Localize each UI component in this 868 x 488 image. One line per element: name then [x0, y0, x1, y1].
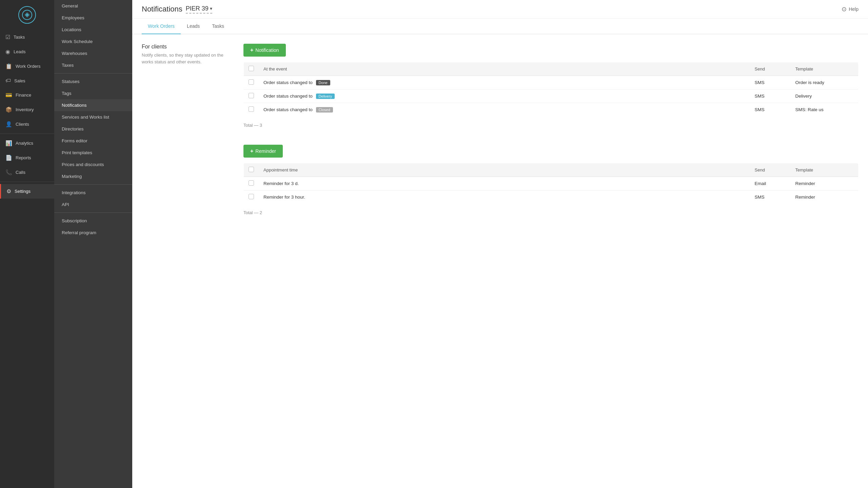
row-template-2: SMS: Rate us	[791, 103, 859, 117]
plus-icon-reminder: +	[250, 148, 253, 154]
header-template: Template	[791, 62, 859, 76]
reminder-header-checkbox[interactable]	[249, 167, 254, 172]
row-checkbox-2[interactable]	[249, 106, 254, 112]
sidebar2-warehouses-label: Warehouses	[62, 51, 87, 56]
app-logo	[18, 6, 36, 24]
sidebar2-general-label: General	[62, 3, 78, 8]
nav-item-clients[interactable]: 👤 Clients	[0, 117, 54, 131]
nav-item-tasks[interactable]: ☑ Tasks	[0, 30, 54, 44]
calls-icon: 📞	[5, 169, 12, 176]
leads-icon: ◉	[5, 48, 10, 55]
sidebar2-work-schedule[interactable]: Work Schedule	[54, 36, 132, 47]
sidebar2-directories-label: Directories	[62, 126, 84, 131]
header-checkbox[interactable]	[249, 66, 254, 71]
reminder-header-checkbox-cell	[244, 163, 259, 177]
sidebar2-forms-editor[interactable]: Forms editor	[54, 135, 132, 147]
nav-item-sales[interactable]: 🏷 Sales	[0, 74, 54, 88]
add-reminder-button[interactable]: + Reminder	[243, 145, 283, 158]
sidebar2-referral[interactable]: Referral program	[54, 227, 132, 239]
logo-area[interactable]	[0, 0, 54, 30]
location-selector[interactable]: PIER 39 ▾	[186, 5, 212, 14]
sidebar2-prices-discounts[interactable]: Prices and discounts	[54, 159, 132, 170]
sidebar2-referral-label: Referral program	[62, 230, 96, 235]
table-row: Reminder for 3 hour. SMS Reminder	[244, 190, 859, 204]
row-template-1: Delivery	[791, 89, 859, 103]
nav-item-work-orders[interactable]: 📋 Work Orders	[0, 59, 54, 74]
nav-label-work-orders: Work Orders	[16, 64, 40, 69]
sidebar2-services-works[interactable]: Services and Works list	[54, 111, 132, 123]
nav-label-sales: Sales	[14, 78, 25, 83]
nav-label-reports: Reports	[16, 155, 31, 160]
nav-item-calls[interactable]: 📞 Calls	[0, 165, 54, 180]
nav-label-clients: Clients	[16, 122, 29, 127]
row-checkbox-1[interactable]	[249, 93, 254, 98]
sidebar2-print-templates[interactable]: Print templates	[54, 147, 132, 159]
sidebar2-locations-label: Locations	[62, 27, 81, 32]
tab-leads[interactable]: Leads	[181, 19, 206, 34]
sidebar2-statuses[interactable]: Statuses	[54, 76, 132, 87]
sidebar2-api-label: API	[62, 202, 69, 207]
nav-item-reports[interactable]: 📄 Reports	[0, 150, 54, 165]
reports-icon: 📄	[5, 155, 12, 161]
help-label: Help	[849, 6, 859, 12]
notifications-total: Total — 3	[243, 119, 859, 131]
status-badge-closed: Closed	[316, 107, 333, 113]
nav-item-finance[interactable]: 💳 Finance	[0, 88, 54, 102]
sidebar2-prices-discounts-label: Prices and discounts	[62, 162, 104, 167]
sidebar2-tags-label: Tags	[62, 91, 72, 96]
status-badge-delivery: Delivery	[316, 94, 335, 99]
tasks-icon: ☑	[5, 34, 10, 40]
header-send: Send	[750, 62, 791, 76]
sidebar2-divider-1	[54, 73, 132, 74]
table-header-row: At the event Send Template	[244, 62, 859, 76]
add-notification-button[interactable]: + Notification	[243, 44, 286, 57]
add-reminder-label: Reminder	[255, 148, 276, 154]
sidebar2-taxes[interactable]: Taxes	[54, 59, 132, 71]
sidebar2-notifications[interactable]: Notifications	[54, 99, 132, 111]
nav-item-analytics[interactable]: 📊 Analytics	[0, 136, 54, 150]
sidebar2-forms-editor-label: Forms editor	[62, 138, 87, 143]
row-send-0: SMS	[750, 76, 791, 89]
reminder-header-row: Appointment time Send Template	[244, 163, 859, 177]
help-button[interactable]: ⊙ Help	[842, 5, 859, 13]
sidebar2-locations[interactable]: Locations	[54, 24, 132, 36]
main-content: Notifications PIER 39 ▾ ⊙ Help Work Orde…	[132, 0, 868, 488]
sidebar2-marketing[interactable]: Marketing	[54, 170, 132, 182]
nav-label-settings: Settings	[15, 189, 31, 194]
reminder-row-checkbox-1[interactable]	[249, 194, 254, 199]
inventory-icon: 📦	[5, 106, 12, 113]
sidebar2-warehouses[interactable]: Warehouses	[54, 47, 132, 59]
sidebar2-api[interactable]: API	[54, 199, 132, 210]
sidebar2-taxes-label: Taxes	[62, 63, 74, 68]
sidebar2-directories[interactable]: Directories	[54, 123, 132, 135]
sidebar2-services-works-label: Services and Works list	[62, 115, 109, 120]
sidebar2-subscription[interactable]: Subscription	[54, 215, 132, 227]
nav-item-settings[interactable]: ⚙ Settings	[0, 184, 54, 199]
nav-label-leads: Leads	[14, 49, 25, 54]
sidebar2-statuses-label: Statuses	[62, 79, 80, 84]
reminder-row-checkbox-0[interactable]	[249, 180, 254, 186]
nav-label-analytics: Analytics	[16, 141, 33, 146]
header-checkbox-cell	[244, 62, 259, 76]
page-title: Notifications	[142, 5, 182, 14]
sidebar2-integrations[interactable]: Integrations	[54, 187, 132, 199]
tab-work-orders[interactable]: Work Orders	[142, 19, 181, 34]
nav-label-finance: Finance	[16, 93, 31, 98]
nav-item-inventory[interactable]: 📦 Inventory	[0, 102, 54, 117]
tab-tasks[interactable]: Tasks	[206, 19, 230, 34]
sidebar2-employees[interactable]: Employees	[54, 12, 132, 24]
sidebar2-work-schedule-label: Work Schedule	[62, 39, 93, 44]
row-send-1: SMS	[750, 89, 791, 103]
nav-divider-2	[0, 182, 54, 182]
notifications-table: At the event Send Template	[243, 62, 859, 117]
nav-item-leads[interactable]: ◉ Leads	[0, 44, 54, 59]
table-row: Order status changed to Delivery SMS Del…	[244, 89, 859, 103]
svg-point-1	[26, 14, 28, 16]
page-title-area: Notifications PIER 39 ▾	[142, 5, 212, 14]
header-at-the-event: At the event	[259, 62, 750, 76]
status-badge-done: Done	[316, 80, 330, 85]
sidebar2-tags[interactable]: Tags	[54, 87, 132, 99]
analytics-icon: 📊	[5, 140, 12, 146]
sidebar2-general[interactable]: General	[54, 0, 132, 12]
row-checkbox-0[interactable]	[249, 79, 254, 85]
